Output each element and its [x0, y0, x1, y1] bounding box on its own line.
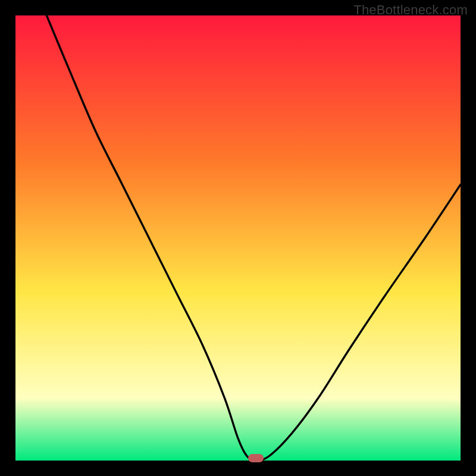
marker-pill-icon [248, 454, 264, 462]
min-marker [248, 454, 264, 462]
bottleneck-plot [15, 15, 461, 461]
gradient-background [15, 15, 461, 461]
watermark-text: TheBottleneck.com [353, 2, 468, 18]
chart-frame: TheBottleneck.com [0, 0, 476, 476]
